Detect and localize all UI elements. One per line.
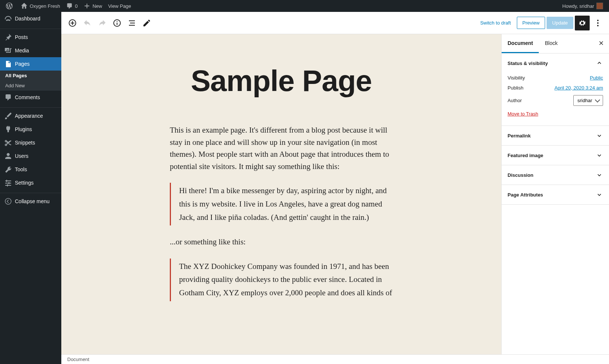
chevron-down-icon: [596, 152, 603, 159]
plus-circle-icon: [68, 19, 77, 27]
row-author: Author sridhar: [508, 93, 603, 108]
panel-toggle-discussion[interactable]: Discussion: [502, 165, 609, 185]
panel-toggle-featured[interactable]: Featured image: [502, 146, 609, 165]
gear-icon: [578, 19, 587, 27]
editor: Switch to draft Preview Update Sample Pa…: [61, 12, 609, 364]
menu-comments[interactable]: Comments: [0, 91, 61, 104]
quote-block[interactable]: The XYZ Doohickey Company was founded in…: [170, 259, 393, 301]
site-link[interactable]: Oxygen Fresh: [18, 0, 63, 12]
more-options-button[interactable]: [591, 16, 605, 30]
submenu-pages: All Pages Add New: [0, 71, 61, 91]
menu-separator: [0, 27, 61, 29]
paragraph-block[interactable]: ...or something like this:: [170, 236, 393, 248]
submenu-all-pages[interactable]: All Pages: [0, 71, 61, 81]
pencil-icon: [142, 19, 151, 27]
row-publish: Publish April 20, 2020 3:24 am: [508, 83, 603, 93]
menu-plugins[interactable]: Plugins: [0, 123, 61, 136]
media-icon: [4, 47, 12, 54]
undo-icon: [83, 19, 92, 27]
svg-point-0: [5, 198, 11, 204]
move-to-trash-link[interactable]: Move to Trash: [508, 108, 538, 120]
menu-settings[interactable]: Settings: [0, 176, 61, 189]
row-visibility: Visibility Public: [508, 73, 603, 83]
info-button[interactable]: [110, 16, 124, 30]
panel-toggle-status[interactable]: Status & visibility: [502, 53, 609, 73]
editor-header: Switch to draft Preview Update: [61, 12, 609, 34]
menu-separator: [0, 105, 61, 108]
menu-pages[interactable]: Pages: [0, 57, 61, 71]
sliders-icon: [4, 179, 12, 186]
pages-icon: [4, 60, 12, 68]
publish-value[interactable]: April 20, 2020 3:24 am: [554, 85, 603, 91]
panel-toggle-permalink[interactable]: Permalink: [502, 126, 609, 145]
howdy-link[interactable]: Howdy, sridhar: [559, 0, 606, 12]
panel-permalink: Permalink: [502, 126, 609, 146]
scissors-icon: [4, 139, 12, 146]
new-link[interactable]: New: [81, 0, 105, 12]
plus-icon: [84, 3, 90, 9]
menu-dashboard[interactable]: Dashboard: [0, 12, 61, 25]
redo-icon: [98, 19, 107, 27]
preview-button[interactable]: Preview: [517, 17, 545, 29]
chevron-down-icon: [596, 191, 603, 198]
breadcrumb[interactable]: Document: [67, 357, 89, 362]
home-icon: [21, 3, 27, 9]
comment-icon: [66, 3, 73, 9]
view-page-link[interactable]: View Page: [105, 0, 134, 12]
wordpress-icon: [6, 3, 13, 9]
post-title[interactable]: Sample Page: [170, 64, 393, 98]
more-vertical-icon: [593, 19, 602, 27]
quote-block[interactable]: Hi there! I'm a bike messenger by day, a…: [170, 183, 393, 225]
undo-button[interactable]: [81, 16, 94, 30]
canvas-scroll[interactable]: Sample Page This is an example page. It'…: [61, 34, 501, 354]
chevron-down-icon: [596, 171, 603, 179]
comments-link[interactable]: 0: [63, 0, 81, 12]
svg-point-3: [597, 25, 599, 26]
paragraph-block[interactable]: This is an example page. It's different …: [170, 124, 393, 172]
new-label: New: [93, 3, 102, 9]
menu-media[interactable]: Media: [0, 44, 61, 57]
pin-icon: [4, 33, 12, 41]
visibility-label: Visibility: [508, 75, 525, 81]
comments-icon: [4, 94, 12, 101]
edit-button[interactable]: [140, 16, 153, 30]
tab-block[interactable]: Block: [539, 34, 563, 53]
tab-document[interactable]: Document: [502, 34, 539, 53]
menu-posts[interactable]: Posts: [0, 30, 61, 44]
menu-tools[interactable]: Tools: [0, 163, 61, 176]
sidebar-tabs: Document Block: [502, 34, 609, 53]
site-name: Oxygen Fresh: [30, 3, 60, 9]
panel-status-visibility: Status & visibility Visibility Public Pu…: [502, 53, 609, 126]
switch-to-draft-button[interactable]: Switch to draft: [476, 17, 515, 29]
panel-discussion: Discussion: [502, 165, 609, 185]
submenu-add-new[interactable]: Add New: [0, 81, 61, 91]
avatar: [596, 3, 603, 9]
dashboard-icon: [4, 15, 12, 22]
menu-separator: [0, 191, 61, 193]
settings-toggle-button[interactable]: [575, 16, 590, 30]
menu-users[interactable]: Users: [0, 149, 61, 163]
chevron-up-icon: [596, 59, 603, 67]
menu-collapse[interactable]: Collapse menu: [0, 195, 61, 208]
panel-toggle-attributes[interactable]: Page Attributes: [502, 185, 609, 204]
wrench-icon: [4, 166, 12, 173]
svg-point-2: [597, 22, 599, 24]
wp-logo[interactable]: [3, 0, 18, 12]
sidebar-close-button[interactable]: [593, 35, 609, 52]
add-block-button[interactable]: [66, 16, 79, 30]
brush-icon: [4, 112, 12, 120]
menu-snippets[interactable]: Snippets: [0, 136, 61, 149]
redo-button[interactable]: [95, 16, 109, 30]
author-label: Author: [508, 98, 522, 103]
user-icon: [4, 152, 12, 160]
update-button[interactable]: Update: [547, 17, 573, 29]
menu-appearance[interactable]: Appearance: [0, 109, 61, 123]
publish-label: Publish: [508, 85, 524, 91]
info-icon: [113, 19, 122, 27]
author-select[interactable]: sridhar: [573, 95, 603, 106]
collapse-icon: [4, 198, 12, 205]
outline-button[interactable]: [125, 16, 139, 30]
editor-footer: Document: [61, 354, 609, 364]
visibility-value[interactable]: Public: [590, 75, 603, 81]
chevron-down-icon: [596, 132, 603, 139]
